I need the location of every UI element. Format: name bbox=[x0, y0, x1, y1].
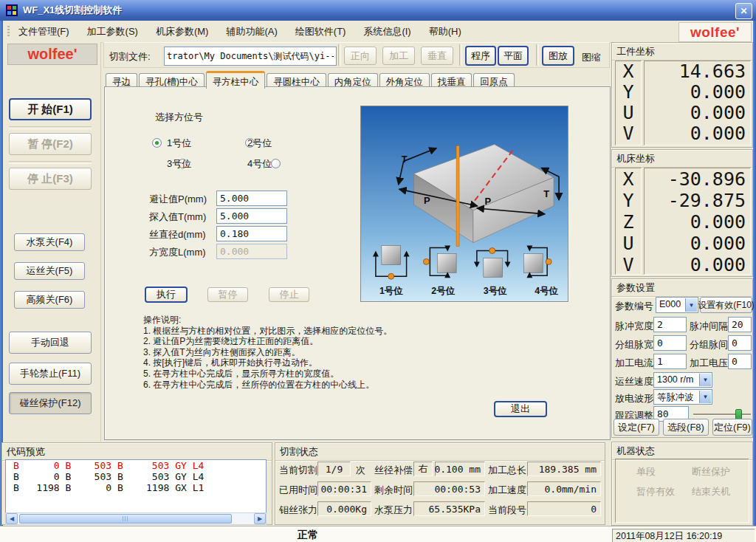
status-wire-break-protect: 断丝保护 bbox=[692, 465, 730, 478]
code-line[interactable]: B 0 B 503 B 503 GY L4 bbox=[6, 471, 266, 482]
close-button[interactable]: ✕ bbox=[735, 3, 752, 19]
process-button[interactable]: 加工 bbox=[382, 47, 415, 65]
work-coords-title: 工件坐标 bbox=[612, 43, 752, 61]
param-code-select[interactable]: E000▼ bbox=[656, 297, 698, 313]
menu-system-info[interactable]: 系统信息(I) bbox=[354, 22, 419, 41]
set-button[interactable]: 设定(F7) bbox=[614, 419, 659, 436]
wire-comp-label: 丝径补偿 bbox=[374, 464, 413, 477]
code-line-current[interactable]: B 0 B 503 B 503 GY L4 bbox=[6, 460, 266, 471]
program-button[interactable]: 程序 bbox=[465, 46, 496, 66]
radio-position-1[interactable] bbox=[152, 138, 162, 148]
avoid-value-label: 避让值P(mm) bbox=[149, 193, 207, 206]
select-position-label: 选择方位号 bbox=[155, 111, 203, 124]
instruction-line: 3. 探入值T为丝向方柱侧面探入的距离。 bbox=[143, 347, 392, 358]
radio-position-4[interactable] bbox=[271, 159, 281, 168]
wave-select[interactable]: 等脉冲波▼ bbox=[653, 389, 712, 405]
menu-machining-params[interactable]: 加工参数(S) bbox=[78, 22, 147, 41]
code-preview-title: 代码预览 bbox=[2, 443, 272, 461]
wire-dot bbox=[388, 273, 394, 279]
menu-aux-functions[interactable]: 辅助功能(A) bbox=[217, 22, 286, 41]
dim-t-right-label: T bbox=[543, 188, 549, 199]
select-segment-button[interactable]: 选段(F8) bbox=[663, 419, 709, 436]
manual-backoff-button[interactable]: 手动回退 bbox=[9, 332, 92, 354]
mini-2-label: 2号位 bbox=[431, 286, 455, 296]
param-code-label: 参数编号 bbox=[615, 300, 653, 313]
probe-value-input[interactable] bbox=[216, 208, 287, 224]
pause-button[interactable]: 暂 停(F2) bbox=[9, 133, 92, 155]
pulse-width-input[interactable] bbox=[653, 317, 687, 332]
brand-logo: wolfee' bbox=[678, 22, 752, 42]
dim-p-right-label: P bbox=[484, 196, 491, 207]
radio-position-2-label[interactable]: 2号位 bbox=[247, 137, 272, 150]
axis-label: Y bbox=[622, 190, 633, 211]
wire-diameter-input[interactable] bbox=[216, 226, 287, 241]
scroll-right-icon[interactable]: ▶ bbox=[254, 513, 266, 524]
datetime-display: 2011年08月12日 16:20:19 bbox=[612, 529, 755, 542]
menu-drawing-software[interactable]: 绘图软件(T) bbox=[286, 22, 355, 41]
chevron-down-icon[interactable]: ▼ bbox=[685, 298, 697, 312]
wire-speed-select[interactable]: 1300 r/m▼ bbox=[653, 372, 712, 388]
apply-params-button[interactable]: 设置有效(F10) bbox=[700, 297, 752, 313]
pulse-gap-label: 脉冲间隔 bbox=[690, 320, 728, 333]
machine-status-title: 机器状态 bbox=[612, 442, 752, 460]
coord-value: 0.000 bbox=[690, 254, 746, 275]
menu-file[interactable]: 文件管理(F) bbox=[10, 22, 78, 41]
vertical-button[interactable]: 垂直 bbox=[421, 47, 453, 65]
cut-file-label: 切割文件: bbox=[109, 50, 151, 64]
menu-help[interactable]: 帮助(H) bbox=[420, 22, 470, 41]
machine-coords-panel: 机床坐标 X Y Z U V -30.896 -29.875 0.000 0.0… bbox=[611, 149, 753, 277]
position-button[interactable]: 定位(F9) bbox=[712, 419, 752, 436]
track-adjust-slider-track[interactable] bbox=[693, 414, 751, 416]
total-length-label: 加工总长 bbox=[488, 464, 526, 477]
divider bbox=[9, 126, 92, 129]
pause-locate-button[interactable]: 暂停 bbox=[207, 287, 248, 302]
avoid-value-input[interactable] bbox=[216, 191, 287, 206]
radio-position-3-label[interactable]: 3号位 bbox=[167, 157, 191, 171]
pressure-value: 65.535KPa bbox=[413, 501, 485, 516]
start-button[interactable]: 开 始(F1) bbox=[9, 98, 92, 120]
execute-button[interactable]: 执行 bbox=[145, 287, 188, 303]
wire-touch-protect-button[interactable]: 碰丝保护(F12) bbox=[9, 392, 92, 414]
wire-run-off-button[interactable]: 运丝关(F5) bbox=[14, 262, 85, 280]
tension-label: 钼丝张力 bbox=[279, 504, 317, 517]
remain-value: 00:00:53 bbox=[413, 481, 485, 496]
coord-value: 0.000 bbox=[690, 103, 746, 123]
machine-coords-title: 机床坐标 bbox=[612, 150, 752, 168]
forward-button[interactable]: 正向 bbox=[344, 47, 377, 65]
elapsed-value: 00:00:31 bbox=[317, 481, 371, 496]
voltage-input[interactable] bbox=[728, 354, 752, 369]
current-cut-label: 当前切割 bbox=[279, 464, 317, 477]
dim-t-left-label: T bbox=[402, 154, 408, 165]
scroll-thumb[interactable] bbox=[19, 514, 232, 524]
stop-button[interactable]: 停 止(F3) bbox=[9, 168, 92, 190]
chevron-down-icon[interactable]: ▼ bbox=[699, 391, 711, 403]
chevron-down-icon[interactable]: ▼ bbox=[699, 374, 711, 386]
pulse-gap-input[interactable] bbox=[728, 317, 752, 332]
code-line[interactable]: B 1198 B 0 B 1198 GX L1 bbox=[6, 482, 266, 493]
sidebar-brand-logo: wolfee' bbox=[7, 44, 97, 65]
handwheel-disable-button[interactable]: 手轮禁止(F11) bbox=[9, 363, 92, 385]
scroll-left-icon[interactable]: ◀ bbox=[6, 513, 18, 524]
axis-label: U bbox=[622, 233, 633, 254]
hf-off-button[interactable]: 高频关(F6) bbox=[14, 291, 85, 309]
status-single-step: 单段 bbox=[636, 465, 656, 478]
group-gap-input[interactable] bbox=[728, 335, 752, 351]
group-width-label: 分组脉宽 bbox=[615, 338, 653, 351]
radio-position-4-label[interactable]: 4号位 bbox=[247, 157, 272, 171]
cut-file-input[interactable] bbox=[164, 47, 337, 66]
menu-machine-params[interactable]: 机床参数(M) bbox=[147, 22, 218, 41]
tab-find-square-center[interactable]: 寻方柱中心 bbox=[206, 71, 266, 89]
params-panel: 参数设置 参数编号 E000▼ 设置有效(F10) 脉冲宽度 脉冲间隔 分组脉宽… bbox=[611, 278, 753, 438]
plane-button[interactable]: 平面 bbox=[498, 46, 529, 66]
zoom-in-button[interactable]: 图放 bbox=[542, 46, 574, 66]
instruction-line: 6. 在寻方柱中心完成后，丝所停的位置在方柱的中心线上。 bbox=[143, 380, 392, 391]
exit-button[interactable]: 退出 bbox=[494, 401, 547, 417]
group-width-input[interactable] bbox=[653, 335, 687, 351]
water-pump-off-button[interactable]: 水泵关(F4) bbox=[14, 233, 85, 251]
stop-locate-button[interactable]: 停止 bbox=[269, 287, 309, 302]
zoom-out-button[interactable]: 图缩 bbox=[582, 51, 601, 64]
code-list[interactable]: B 0 B 503 B 503 GY L4 B 0 B 503 B 503 GY… bbox=[5, 459, 267, 514]
current-input[interactable] bbox=[653, 354, 687, 369]
radio-position-1-label[interactable]: 1号位 bbox=[167, 137, 191, 150]
code-scrollbar[interactable]: ◀ ▶ bbox=[5, 512, 267, 525]
